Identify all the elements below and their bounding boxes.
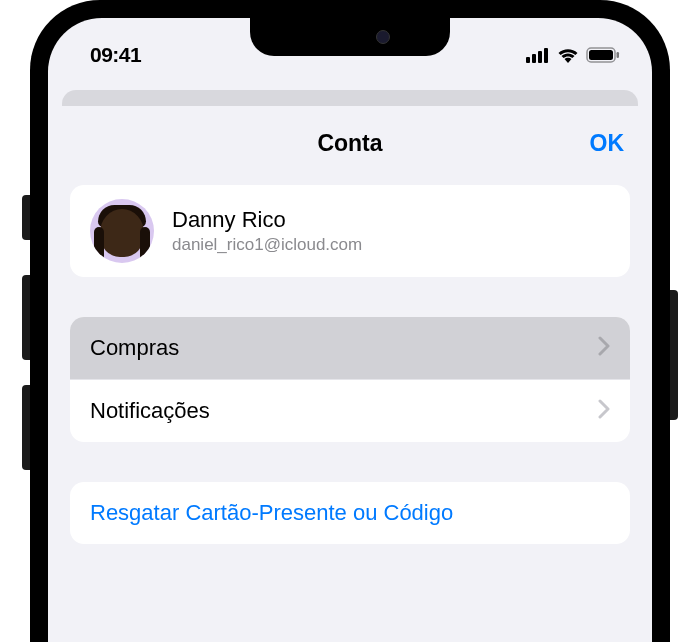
wifi-icon	[557, 47, 579, 63]
purchases-row[interactable]: Compras	[70, 317, 630, 380]
profile-row[interactable]: Danny Rico daniel_rico1@icloud.com	[70, 185, 630, 277]
status-icons	[526, 47, 620, 63]
power-button	[670, 290, 678, 420]
volume-up-button	[22, 275, 30, 360]
svg-rect-6	[617, 52, 620, 58]
status-time: 09:41	[90, 43, 141, 67]
notifications-label: Notificações	[90, 398, 210, 424]
account-sheet: Conta OK	[48, 106, 652, 642]
menu-card: Compras Notificações	[70, 317, 630, 442]
front-camera	[376, 30, 390, 44]
chevron-right-icon	[598, 399, 610, 423]
redeem-gift-row[interactable]: Resgatar Cartão-Presente ou Código	[70, 482, 630, 544]
svg-rect-3	[544, 48, 548, 63]
sheet-title: Conta	[317, 130, 382, 157]
silent-switch	[22, 195, 30, 240]
phone-frame: 09:41	[0, 0, 700, 642]
chevron-right-icon	[598, 336, 610, 360]
phone-body: 09:41	[30, 0, 670, 642]
notifications-row[interactable]: Notificações	[70, 380, 630, 442]
profile-name: Danny Rico	[172, 207, 362, 233]
sheet-header: Conta OK	[48, 106, 652, 185]
profile-info: Danny Rico daniel_rico1@icloud.com	[172, 207, 362, 255]
svg-rect-0	[526, 57, 530, 63]
done-button[interactable]: OK	[590, 130, 625, 157]
profile-card: Danny Rico daniel_rico1@icloud.com	[70, 185, 630, 277]
profile-email: daniel_rico1@icloud.com	[172, 235, 362, 255]
cellular-signal-icon	[526, 47, 550, 63]
notch	[250, 18, 450, 56]
svg-rect-1	[532, 54, 536, 63]
actions-card: Resgatar Cartão-Presente ou Código	[70, 482, 630, 544]
sheet-content: Danny Rico daniel_rico1@icloud.com Compr…	[48, 185, 652, 544]
svg-rect-2	[538, 51, 542, 63]
volume-down-button	[22, 385, 30, 470]
avatar	[90, 199, 154, 263]
purchases-label: Compras	[90, 335, 179, 361]
redeem-gift-label: Resgatar Cartão-Presente ou Código	[90, 500, 610, 526]
battery-icon	[586, 47, 620, 63]
screen: 09:41	[48, 18, 652, 642]
svg-rect-5	[589, 50, 613, 60]
